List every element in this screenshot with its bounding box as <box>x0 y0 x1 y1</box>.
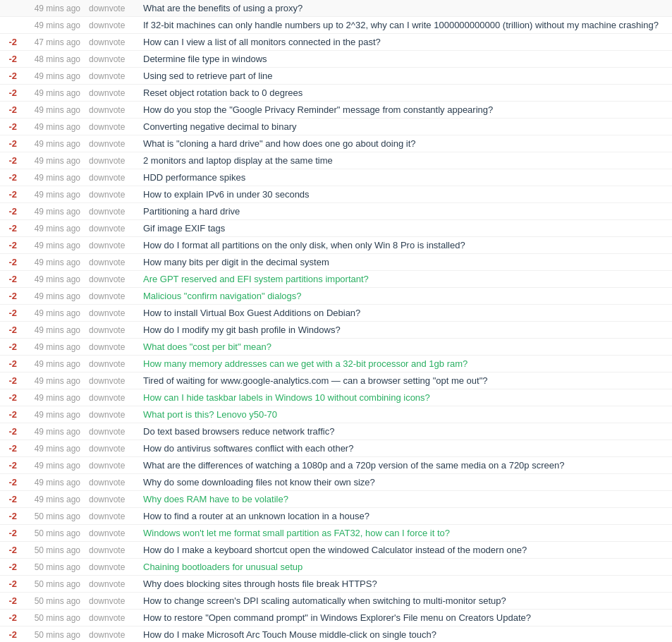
time-cell: 49 mins ago <box>21 203 85 220</box>
title-cell: Why does blocking sites through hosts fi… <box>138 576 672 593</box>
question-link[interactable]: How do I modify my git bash profile in W… <box>143 325 341 335</box>
score-cell: -2 <box>0 102 21 119</box>
action-cell: downvote <box>85 119 138 135</box>
question-link[interactable]: Windows won't let me format small partit… <box>143 528 450 538</box>
question-link[interactable]: What are the differences of watching a 1… <box>143 460 564 471</box>
table-row: -249 mins agodownvoteAre GPT reserved an… <box>0 271 672 288</box>
time-cell: 49 mins ago <box>21 17 85 34</box>
score-cell: -2 <box>0 135 21 152</box>
time-cell: 49 mins ago <box>21 186 85 203</box>
score-cell <box>0 17 21 34</box>
time-cell: 49 mins ago <box>21 237 85 254</box>
question-link[interactable]: How many memory addresses can we get wit… <box>143 358 468 369</box>
question-link[interactable]: How to restore "Open command prompt" in … <box>143 612 531 623</box>
table-row: -249 mins agodownvoteHow do antivirus so… <box>0 440 672 457</box>
action-cell: downvote <box>85 135 138 152</box>
time-cell: 50 mins ago <box>21 559 85 576</box>
score-cell: -2 <box>0 457 21 474</box>
question-link[interactable]: Gif image EXIF tags <box>143 223 225 234</box>
time-cell: 49 mins ago <box>21 389 85 406</box>
question-link[interactable]: 2 monitors and laptop display at the sam… <box>143 155 333 166</box>
title-cell: HDD performance spikes <box>138 169 672 186</box>
question-link[interactable]: If 32-bit machines can only handle numbe… <box>143 20 659 30</box>
time-cell: 49 mins ago <box>21 271 85 288</box>
question-link[interactable]: Why does RAM have to be volatile? <box>143 494 288 504</box>
question-link[interactable]: How to find a router at an unknown locat… <box>143 511 369 521</box>
question-link[interactable]: How to change screen's DPI scaling autom… <box>143 595 506 606</box>
question-link[interactable]: How do you stop the "Google Privacy Remi… <box>143 104 493 115</box>
question-link[interactable]: What are the benefits of using a proxy? <box>143 3 303 13</box>
question-link[interactable]: How to install Virtual Box Guest Additio… <box>143 308 360 318</box>
question-link[interactable]: Why does blocking sites through hosts fi… <box>143 579 377 589</box>
question-link[interactable]: Are GPT reserved and EFI system partitio… <box>143 274 369 284</box>
question-link[interactable]: How do antivirus softwares conflict with… <box>143 443 353 454</box>
time-cell: 49 mins ago <box>21 288 85 305</box>
score-cell: -2 <box>0 119 21 135</box>
title-cell: Reset object rotation back to 0 degrees <box>138 85 672 102</box>
question-link[interactable]: How do I format all partitions on the on… <box>143 240 465 250</box>
title-cell: How do you stop the "Google Privacy Remi… <box>138 102 672 119</box>
question-link[interactable]: How can I hide taskbar labels in Windows… <box>143 392 430 403</box>
title-cell: What is "cloning a hard drive" and how d… <box>138 135 672 152</box>
question-link[interactable]: What is "cloning a hard drive" and how d… <box>143 138 415 149</box>
action-cell: downvote <box>85 508 138 525</box>
question-link[interactable]: What port is this? Lenovo y50-70 <box>143 409 277 420</box>
action-cell: downvote <box>85 305 138 322</box>
question-link[interactable]: How can I view a list of all monitors co… <box>143 37 381 47</box>
action-cell: downvote <box>85 34 138 51</box>
question-link[interactable]: What does "cost per bit" mean? <box>143 341 271 352</box>
title-cell: How do I modify my git bash profile in W… <box>138 322 672 339</box>
table-row: -249 mins agodownvotePartitioning a hard… <box>0 203 672 220</box>
time-cell: 49 mins ago <box>21 305 85 322</box>
time-cell: 49 mins ago <box>21 254 85 271</box>
time-cell: 48 mins ago <box>21 51 85 68</box>
table-row: -249 mins agodownvoteHDD performance spi… <box>0 169 672 186</box>
question-link[interactable]: Partitioning a hard drive <box>143 206 240 217</box>
action-cell: downvote <box>85 474 138 491</box>
question-link[interactable]: Using sed to retrieve part of line <box>143 71 273 81</box>
question-link[interactable]: Do text based browsers reduce network tr… <box>143 426 334 437</box>
question-link[interactable]: How do I make a keyboard shortcut open t… <box>143 545 527 555</box>
question-link[interactable]: Determine file type in windows <box>143 54 267 64</box>
question-link[interactable]: Converting negative decimal to binary <box>143 121 297 132</box>
time-cell: 49 mins ago <box>21 85 85 102</box>
title-cell: Using sed to retrieve part of line <box>138 68 672 85</box>
table-row: -249 mins agodownvoteWhy do some downloa… <box>0 474 672 491</box>
title-cell: How can I hide taskbar labels in Windows… <box>138 389 672 406</box>
table-row: -250 mins agodownvoteChaining bootloader… <box>0 559 672 576</box>
score-cell: -2 <box>0 474 21 491</box>
question-link[interactable]: Malicious "confirm navigation" dialogs? <box>143 291 302 301</box>
action-cell: downvote <box>85 102 138 119</box>
title-cell: How to change screen's DPI scaling autom… <box>138 593 672 610</box>
action-cell: downvote <box>85 576 138 593</box>
table-row: -249 mins agodownvoteHow do I modify my … <box>0 322 672 339</box>
action-cell: downvote <box>85 220 138 237</box>
title-cell: Why does RAM have to be volatile? <box>138 491 672 508</box>
action-cell: downvote <box>85 626 138 643</box>
action-cell: downvote <box>85 169 138 186</box>
score-cell: -2 <box>0 593 21 610</box>
title-cell: Malicious "confirm navigation" dialogs? <box>138 288 672 305</box>
question-link[interactable]: Why do some downloading files not know t… <box>143 477 375 487</box>
time-cell: 49 mins ago <box>21 0 85 17</box>
action-cell: downvote <box>85 85 138 102</box>
question-link[interactable]: How do I make Microsoft Arc Touch Mouse … <box>143 629 436 640</box>
question-link[interactable]: Chaining bootloaders for unusual setup <box>143 562 303 572</box>
question-link[interactable]: Reset object rotation back to 0 degrees <box>143 87 303 98</box>
table-row: -249 mins agodownvoteHow do I format all… <box>0 237 672 254</box>
time-cell: 50 mins ago <box>21 525 85 542</box>
score-cell: -2 <box>0 423 21 440</box>
time-cell: 49 mins ago <box>21 423 85 440</box>
question-link[interactable]: How to explain IPv6 in under 30 seconds <box>143 189 310 200</box>
question-link[interactable]: HDD performance spikes <box>143 172 245 183</box>
table-row: -250 mins agodownvoteWhy does blocking s… <box>0 576 672 593</box>
question-link[interactable]: How many bits per digit in the decimal s… <box>143 257 329 267</box>
score-cell: -2 <box>0 440 21 457</box>
title-cell: Windows won't let me format small partit… <box>138 525 672 542</box>
time-cell: 49 mins ago <box>21 220 85 237</box>
score-cell: -2 <box>0 525 21 542</box>
question-link[interactable]: Tired of waiting for www.google-analytic… <box>143 375 488 386</box>
table-row: -249 mins agodownvoteHow to explain IPv6… <box>0 186 672 203</box>
title-cell: If 32-bit machines can only handle numbe… <box>138 17 672 34</box>
time-cell: 50 mins ago <box>21 610 85 626</box>
